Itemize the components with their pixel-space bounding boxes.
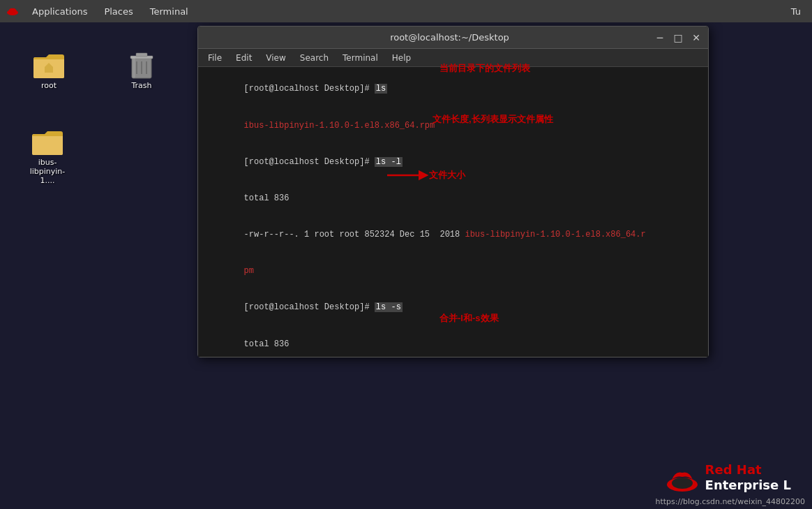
places-menu[interactable]: Places [97, 3, 140, 20]
menu-file[interactable]: File [202, 52, 227, 64]
close-button[interactable]: ✕ [690, 31, 702, 44]
terminal-line-3: [root@localhost Desktop]# ls -l [204, 144, 702, 180]
desktop-icon-root[interactable]: root [21, 43, 77, 94]
menu-view[interactable]: View [260, 52, 291, 64]
redhat-logo-icon [6, 4, 20, 18]
terminal-line-4: total 836 [204, 181, 702, 217]
svg-rect-10 [132, 57, 135, 78]
top-bar-right-item: Tu [785, 3, 806, 20]
folder-icon [32, 47, 66, 81]
terminal-titlebar: root@localhost:~/Desktop ─ □ ✕ [198, 27, 708, 49]
menu-edit[interactable]: Edit [230, 52, 257, 64]
terminal-menubar: File Edit View Search Terminal Help [198, 49, 708, 67]
top-menubar: Applications Places Terminal Tu [0, 0, 812, 22]
redhat-text: Red Hat Enterprise L [705, 462, 791, 492]
terminal-line-5b: pm [204, 253, 702, 290]
minimize-button[interactable]: ─ [654, 31, 666, 44]
root-icon-label: root [41, 81, 57, 90]
maximize-button[interactable]: □ [672, 31, 684, 44]
terminal-line-2: ibus-libpinyin-1.10.0-1.el8.x86_64.rpm [204, 108, 702, 144]
ibus-icon-label: ibus-libpinyin-1.... [24, 158, 71, 185]
terminal-title: root@localhost:~/Desktop [246, 32, 654, 43]
svg-rect-12 [32, 136, 63, 155]
terminal-line-5: -rw-r--r--. 1 root root 852324 Dec 15 20… [204, 217, 702, 253]
trash-icon [125, 47, 158, 81]
redhat-hat-icon [665, 460, 700, 495]
bottom-url: https://blog.csdn.net/weixin_44802200 [655, 497, 805, 506]
desktop-icon-trash[interactable]: Trash [114, 43, 170, 94]
svg-rect-6 [136, 53, 147, 57]
svg-point-16 [672, 478, 693, 489]
menu-search[interactable]: Search [294, 52, 334, 64]
menu-terminal[interactable]: Terminal [337, 52, 384, 64]
redhat-branding: Red Hat Enterprise L [665, 460, 791, 495]
trash-icon-label: Trash [131, 81, 151, 90]
applications-menu[interactable]: Applications [25, 3, 94, 20]
terminal-content[interactable]: [root@localhost Desktop]# ls ibus-libpin… [198, 67, 708, 357]
folder2-icon [31, 124, 64, 158]
terminal-line-6: [root@localhost Desktop]# ls -s [204, 290, 702, 326]
desktop: root Trash ibus-libpinyin-1.... [0, 22, 812, 509]
terminal-window: root@localhost:~/Desktop ─ □ ✕ File Edit… [197, 26, 709, 357]
terminal-controls: ─ □ ✕ [654, 31, 702, 44]
menu-help[interactable]: Help [386, 52, 416, 64]
terminal-line-1: [root@localhost Desktop]# ls [204, 71, 702, 108]
terminal-menu-top[interactable]: Terminal [143, 3, 195, 20]
desktop-icon-ibus[interactable]: ibus-libpinyin-1.... [20, 120, 75, 189]
terminal-line-7: total 836 [204, 326, 702, 357]
